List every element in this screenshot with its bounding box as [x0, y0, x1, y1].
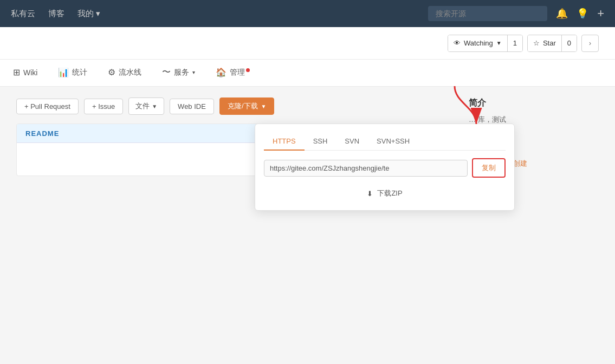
subnav-admin-label: 管理	[230, 68, 245, 77]
clone-button[interactable]: 克隆/下载 ▼	[219, 98, 275, 115]
stats-icon: 📊	[58, 67, 69, 77]
file-chevron: ▼	[152, 103, 157, 109]
red-arrow	[449, 86, 482, 127]
sub-nav: ⊞ Wiki 📊 统计 ⚙ 流水线 〜 服务 ▾ 🏠 管理	[0, 60, 615, 87]
watch-count[interactable]: 1	[508, 35, 522, 51]
subnav-service[interactable]: 〜 服务 ▾	[160, 60, 197, 86]
nav-mine[interactable]: 我的 ▾	[77, 9, 100, 19]
clone-tab-ssh[interactable]: SSH	[305, 133, 336, 151]
intro-title: 简介	[469, 98, 599, 109]
copy-button[interactable]: 复制	[472, 158, 506, 178]
file-button[interactable]: 文件 ▼	[128, 98, 164, 115]
content-area: + Pull Request + Issue 文件 ▼ Web IDE 克隆/下…	[0, 87, 615, 303]
clone-tabs: HTTPS SSH SVN SVN+SSH	[264, 133, 506, 151]
star-button-main[interactable]: ☆ Star	[528, 35, 562, 51]
download-zip-label: 下载ZIP	[377, 188, 402, 198]
clone-tab-svnplusssh[interactable]: SVN+SSH	[368, 133, 418, 151]
subnav-pipeline[interactable]: ⚙ 流水线	[106, 60, 144, 86]
subnav-wiki-label: Wiki	[23, 68, 37, 77]
nav-private-cloud[interactable]: 私有云	[11, 9, 35, 19]
subnav-admin[interactable]: 🏠 管理	[213, 60, 252, 86]
admin-icon: 🏠	[216, 67, 226, 77]
clone-chevron: ▼	[261, 103, 267, 109]
wiki-icon: ⊞	[13, 67, 20, 77]
clone-label: 克隆/下载	[228, 101, 258, 111]
top-nav-search: 🔔 💡 +	[428, 6, 604, 21]
subnav-service-label: 服务	[174, 68, 189, 77]
watch-button[interactable]: 👁 Watching ▼ 1	[448, 35, 523, 52]
readme-title: README	[25, 129, 59, 138]
admin-dot-badge	[246, 68, 250, 72]
watch-button-main[interactable]: 👁 Watching ▼	[448, 35, 508, 51]
eye-icon: 👁	[454, 39, 461, 47]
pull-request-button[interactable]: + Pull Request	[16, 99, 79, 114]
clone-url-input[interactable]	[264, 160, 468, 177]
download-zip-row[interactable]: ⬇ 下载ZIP	[264, 185, 506, 202]
bell-icon[interactable]: 🔔	[556, 8, 568, 20]
issue-button[interactable]: + Issue	[84, 99, 123, 114]
clone-input-row: 复制	[264, 158, 506, 178]
search-input[interactable]	[428, 6, 547, 21]
nav-blog[interactable]: 博客	[48, 9, 64, 19]
action-bar: 👁 Watching ▼ 1 ☆ Star 0 ›	[0, 27, 615, 60]
clone-tab-svn[interactable]: SVN	[336, 133, 368, 151]
more-button[interactable]: ›	[581, 35, 599, 52]
subnav-pipeline-label: 流水线	[119, 68, 141, 77]
watch-label: Watching	[464, 39, 493, 47]
top-nav: 私有云 博客 我的 ▾ 🔔 💡 +	[0, 0, 615, 27]
subnav-stats-label: 统计	[72, 68, 87, 77]
file-label: 文件	[135, 101, 150, 111]
star-label: Star	[543, 39, 556, 47]
webide-button[interactable]: Web IDE	[170, 99, 214, 114]
star-button[interactable]: ☆ Star 0	[527, 35, 577, 52]
download-icon: ⬇	[367, 190, 373, 198]
release-create-link[interactable]: 创建	[513, 159, 527, 167]
star-count[interactable]: 0	[562, 35, 577, 51]
plus-icon[interactable]: +	[597, 6, 604, 21]
pipeline-icon: ⚙	[108, 67, 115, 77]
subnav-stats[interactable]: 📊 统计	[56, 60, 89, 86]
service-chevron: ▾	[192, 69, 195, 75]
star-icon: ☆	[533, 39, 540, 47]
clone-dropdown: HTTPS SSH SVN SVN+SSH 复制 ⬇ 下载ZIP	[255, 123, 515, 211]
service-icon: 〜	[162, 67, 171, 78]
more-icon: ›	[589, 40, 591, 47]
bulb-icon[interactable]: 💡	[577, 8, 588, 20]
clone-tab-https[interactable]: HTTPS	[264, 133, 305, 151]
watch-chevron: ▼	[496, 40, 502, 46]
subnav-wiki[interactable]: ⊞ Wiki	[11, 60, 40, 86]
